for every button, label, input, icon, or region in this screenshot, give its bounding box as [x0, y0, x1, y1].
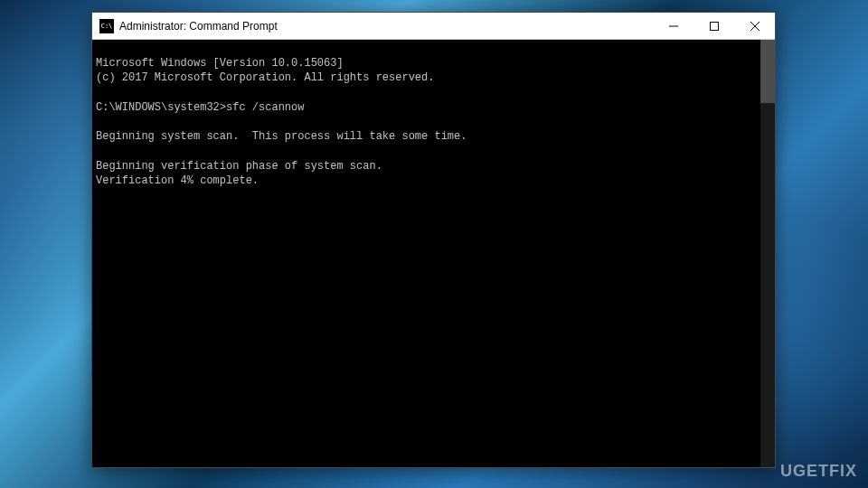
window-title: Administrator: Command Prompt — [119, 20, 653, 33]
watermark: UGETFIX — [780, 462, 857, 481]
console-line: Verification 4% complete. — [96, 174, 259, 187]
watermark-text: UGETFIX — [780, 462, 857, 480]
minimize-button[interactable] — [653, 13, 693, 39]
console-line: Beginning verification phase of system s… — [96, 160, 382, 173]
cmd-icon — [99, 19, 114, 33]
console-area[interactable]: Microsoft Windows [Version 10.0.15063] (… — [92, 40, 775, 467]
scrollbar-track[interactable] — [760, 40, 775, 467]
console-line: Beginning system scan. This process will… — [96, 130, 467, 143]
window-controls — [653, 13, 775, 39]
scrollbar-thumb[interactable] — [760, 40, 775, 103]
console-line: (c) 2017 Microsoft Corporation. All righ… — [96, 71, 434, 84]
console-line: Microsoft Windows [Version 10.0.15063] — [96, 57, 344, 70]
command-prompt-window: Administrator: Command Prompt Microsoft … — [91, 12, 776, 468]
close-button[interactable] — [734, 13, 775, 39]
maximize-button[interactable] — [693, 13, 734, 39]
svg-rect-1 — [710, 22, 718, 30]
titlebar[interactable]: Administrator: Command Prompt — [92, 13, 775, 40]
console-prompt-line: C:\WINDOWS\system32>sfc /scannow — [96, 101, 304, 114]
close-icon — [750, 22, 760, 31]
maximize-icon — [710, 22, 719, 31]
minimize-icon — [669, 22, 678, 31]
